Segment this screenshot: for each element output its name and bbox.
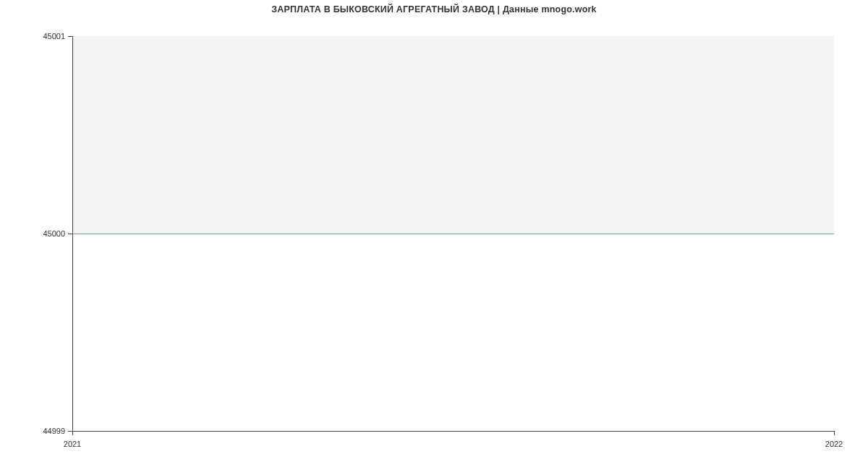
y-tick-label: 44999 [0, 427, 65, 435]
y-tick-label: 45001 [0, 32, 65, 40]
plot-background-upper [72, 36, 834, 234]
x-tick [72, 431, 73, 435]
chart-container: ЗАРПЛАТА В БЫКОВСКИЙ АГРЕГАТНЫЙ ЗАВОД | … [0, 0, 868, 470]
y-tick [68, 36, 72, 37]
x-axis [72, 431, 834, 432]
x-tick-label: 2021 [64, 440, 81, 448]
y-axis [72, 36, 73, 431]
x-tick-label: 2022 [825, 440, 843, 448]
chart-title: ЗАРПЛАТА В БЫКОВСКИЙ АГРЕГАТНЫЙ ЗАВОД | … [0, 4, 868, 14]
x-tick [834, 431, 835, 435]
y-tick-label: 45000 [0, 229, 65, 238]
y-tick [68, 234, 72, 234]
data-line [72, 234, 834, 234]
plot-area [72, 36, 834, 431]
